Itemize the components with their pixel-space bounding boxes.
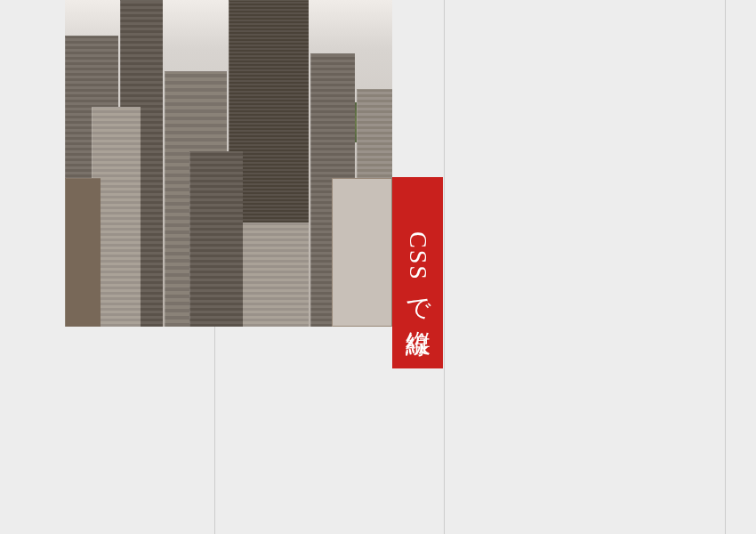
vertical-divider-3 [725, 0, 726, 534]
cityscape-image [65, 0, 392, 327]
building-graphic [189, 151, 243, 327]
vertical-text-label: CSSで縦線 [392, 177, 443, 368]
vertical-divider-1 [214, 327, 215, 534]
vertical-divider-2 [444, 0, 445, 534]
building-graphic [65, 178, 101, 327]
building-graphic [332, 178, 392, 327]
